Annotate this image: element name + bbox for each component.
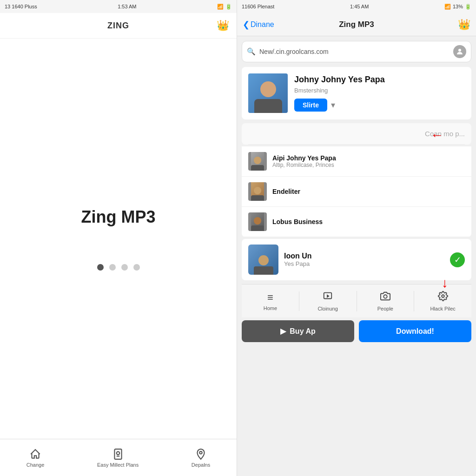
buy-button[interactable]: ▶ Buy Ap <box>242 320 354 342</box>
search-bar[interactable]: 🔍 New/.cin.groolcans.com <box>242 41 471 62</box>
dot-1[interactable] <box>97 264 104 271</box>
person-body <box>254 99 282 113</box>
user-info: Ioon Un Yes Papa <box>284 252 444 267</box>
dot-2[interactable] <box>109 264 116 271</box>
left-bottom-nav: Change Easy Millect Plans Depalns <box>0 439 237 476</box>
song-thumb-2 <box>248 182 267 201</box>
home-icon <box>29 448 41 460</box>
search-avatar[interactable] <box>453 45 466 58</box>
right-nav-home[interactable]: ≡ Home <box>242 291 299 311</box>
home-nav-icon: ≡ <box>267 291 273 304</box>
left-nav-home-label: Change <box>26 462 45 468</box>
play-nav-icon <box>323 291 333 304</box>
svg-point-1 <box>116 451 119 455</box>
buy-button-label: Buy Ap <box>290 327 315 336</box>
left-status-icons: 📶 🔋 <box>217 4 232 10</box>
user-card[interactable]: Ioon Un Yes Papa ✓ ↓ <box>242 239 471 280</box>
gear-nav-icon <box>438 291 448 304</box>
right-nav-cloinung[interactable]: Cloinung <box>299 291 357 311</box>
song-title-2: Endeliter <box>272 188 465 195</box>
play-icon: ▶ <box>280 327 286 336</box>
comment-area[interactable]: Coan mo p... ← <box>242 123 471 145</box>
song-list: Aipi Johny Yes Papa Altip, Romilcase, Pr… <box>242 146 471 237</box>
right-nav-people[interactable]: People <box>357 291 415 311</box>
avatar-icon <box>456 47 464 56</box>
song-info-3: Lobus Business <box>272 218 465 225</box>
song-item-2[interactable]: Endeliter <box>242 177 471 207</box>
back-button[interactable]: ❮ Dinane <box>243 20 274 30</box>
song-artists-1: Altip, Romilcase, Princes <box>272 162 465 168</box>
camera-nav-icon <box>380 291 390 304</box>
battery-icon: 🔋 <box>225 4 232 10</box>
svg-point-2 <box>199 451 202 454</box>
location-icon <box>195 448 207 460</box>
follow-button[interactable]: Slirte <box>294 99 327 112</box>
user-photo <box>248 245 278 275</box>
left-carrier: 13 1640 Pluss <box>5 4 37 9</box>
left-nav-depalns[interactable]: Depalns <box>192 448 210 468</box>
right-crown-icon: 👑 <box>458 19 470 31</box>
song-item-3[interactable]: Lobus Business <box>242 207 471 237</box>
user-head <box>258 255 269 265</box>
featured-info: Johny Johny Yes Papa Bmstershing Slirte … <box>294 75 465 112</box>
song-info-1: Aipi Johny Yes Papa Altip, Romilcase, Pr… <box>272 154 465 168</box>
badge-icon <box>112 448 124 460</box>
thumb-body-3 <box>251 225 264 231</box>
back-label: Dinane <box>251 20 274 29</box>
right-battery-icon: 🔋 <box>465 4 471 10</box>
featured-name: Johny Johny Yes Papa <box>294 75 465 85</box>
right-carrier: 11606 Plenast <box>242 4 274 9</box>
check-icon: ✓ <box>450 252 465 267</box>
song-item-1[interactable]: Aipi Johny Yes Papa Altip, Romilcase, Pr… <box>242 146 471 177</box>
left-status-bar: 13 1640 Pluss 1:53 AM 📶 🔋 <box>0 0 237 13</box>
featured-photo <box>248 73 288 113</box>
left-main: Zing MP3 <box>0 39 237 439</box>
right-nav-cloinung-label: Cloinung <box>317 306 337 311</box>
left-app-title: ZING <box>107 21 129 31</box>
left-crown-icon: 👑 <box>217 20 229 32</box>
right-status-bar: 11606 Plenast 1:45 AM 📶 13% 🔋 <box>237 0 476 13</box>
dot-4[interactable] <box>133 264 140 271</box>
right-wifi-icon: 📶 <box>444 4 451 10</box>
svg-point-7 <box>442 295 444 298</box>
right-nav-home-label: Home <box>264 305 277 311</box>
dropdown-arrow-icon[interactable]: ▾ <box>331 100 335 110</box>
right-nav-settings-label: Hlack Pilec <box>430 306 455 311</box>
search-icon: 🔍 <box>247 47 256 56</box>
left-nav-depalns-label: Depalns <box>192 462 210 468</box>
red-arrow-icon: ← <box>430 128 443 143</box>
action-buttons: ▶ Buy Ap Download! <box>242 320 471 347</box>
right-bottom-nav: ≡ Home Cloinung People <box>242 284 471 317</box>
svg-marker-5 <box>327 294 330 298</box>
song-title-3: Lobus Business <box>272 218 465 225</box>
left-panel: 13 1640 Pluss 1:53 AM 📶 🔋 ZING 👑 Zing MP… <box>0 0 237 476</box>
dots-row <box>97 264 140 271</box>
left-main-title: Zing MP3 <box>81 207 156 227</box>
song-thumb-3 <box>248 212 267 231</box>
wifi-icon: 📶 <box>217 4 224 10</box>
search-text: New/.cin.groolcans.com <box>259 48 450 55</box>
left-nav-plans[interactable]: Easy Millect Plans <box>97 448 139 468</box>
download-button[interactable]: Download! <box>359 320 471 342</box>
svg-point-3 <box>458 49 461 52</box>
svg-point-6 <box>383 295 387 298</box>
dot-3[interactable] <box>121 264 128 271</box>
left-nav-home[interactable]: Change <box>26 448 45 468</box>
thumb-head-1 <box>254 157 261 164</box>
song-title-1: Aipi Johny Yes Papa <box>272 154 465 162</box>
right-nav-settings[interactable]: Hlack Pilec <box>414 291 471 311</box>
person-head <box>260 81 276 97</box>
user-name: Ioon Un <box>284 252 444 260</box>
right-header-title: Zing MP3 <box>339 20 374 29</box>
song-thumb-1 <box>248 152 267 171</box>
right-battery-text: 13% <box>453 4 463 9</box>
song-info-2: Endeliter <box>272 188 465 195</box>
red-arrow-down-icon: ↓ <box>442 276 448 291</box>
right-nav-people-label: People <box>377 306 393 311</box>
featured-subtitle: Bmstershing <box>294 87 465 94</box>
left-nav-plans-label: Easy Millect Plans <box>97 462 139 468</box>
right-time: 1:45 AM <box>350 4 369 9</box>
right-panel: 11606 Plenast 1:45 AM 📶 13% 🔋 ❮ Dinane Z… <box>237 0 476 476</box>
thumb-head-3 <box>254 217 261 225</box>
featured-btn-row: Slirte ▾ <box>294 99 465 112</box>
